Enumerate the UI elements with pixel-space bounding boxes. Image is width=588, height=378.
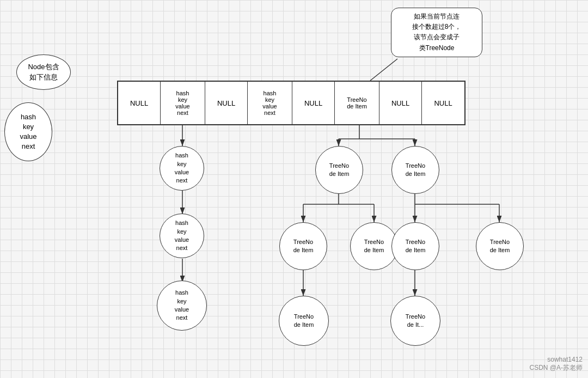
- info-bubble: Node包含 如下信息: [16, 54, 71, 90]
- hash-table: NULL hash key value next NULL hash key v…: [117, 81, 465, 125]
- linked-node-3: hash key value next: [157, 281, 207, 331]
- tree-node-1b: TreeNo de Item: [391, 146, 439, 194]
- svg-line-20: [370, 59, 397, 81]
- hash-cell-1: hash key value next: [161, 82, 205, 124]
- watermark-line2: CSDN @A-苏老师: [529, 363, 583, 373]
- tree-node-3b: TreeNo de It...: [390, 296, 440, 346]
- canvas: Node包含 如下信息 hash key value next 如果当前节点连 …: [0, 0, 588, 378]
- tree-node-2a: TreeNo de Item: [279, 222, 327, 270]
- tree-node-2d: TreeNo de Item: [476, 222, 524, 270]
- tree-node-2b: TreeNo de Item: [350, 222, 398, 270]
- hash-cell-0: NULL: [118, 82, 161, 124]
- linked-node-1: hash key value next: [160, 146, 204, 191]
- hash-cell-7: NULL: [422, 82, 464, 124]
- linked-node-2: hash key value next: [160, 214, 204, 258]
- tree-node-2c: TreeNo de Item: [391, 222, 439, 270]
- tree-node-3a: TreeNo de Item: [279, 296, 329, 346]
- hash-cell-2: NULL: [205, 82, 248, 124]
- watermark-line1: sowhat1412: [529, 356, 583, 363]
- hash-cell-6: NULL: [379, 82, 422, 124]
- watermark: sowhat1412 CSDN @A-苏老师: [529, 356, 583, 373]
- node-bubble: hash key value next: [4, 102, 52, 161]
- hash-cell-3: hash key value next: [248, 82, 292, 124]
- callout-bubble: 如果当前节点连 接个数超过8个， 该节点会变成子 类TreeNode: [391, 8, 482, 57]
- hash-cell-4: NULL: [292, 82, 335, 124]
- hash-cell-5: TreeNo de Item: [335, 82, 379, 124]
- tree-node-1a: TreeNo de Item: [315, 146, 363, 194]
